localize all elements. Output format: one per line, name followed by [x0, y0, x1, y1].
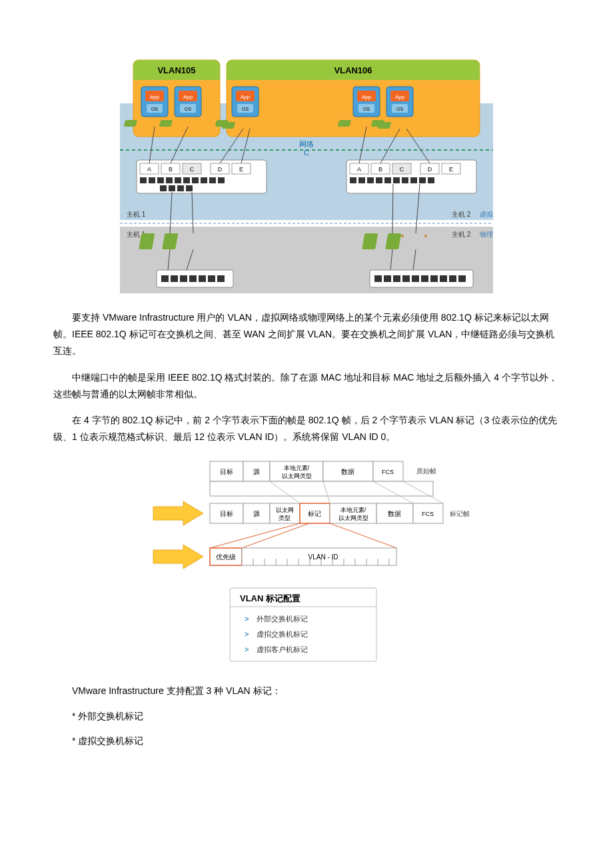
svg-rect-68 [169, 185, 175, 191]
frame-tagging-diagram: 目标 源 本地元素/ 以太网类型 数据 FCS 原始帧 目标 源 以太网 类型 … [143, 455, 470, 675]
svg-text:C: C [190, 166, 195, 173]
svg-rect-90 [419, 177, 426, 183]
svg-text:以太网类型: 以太网类型 [338, 515, 368, 521]
svg-rect-58 [149, 177, 155, 183]
svg-rect-84 [367, 177, 374, 183]
svg-point-109 [401, 235, 404, 237]
svg-rect-87 [393, 177, 400, 183]
svg-rect-105 [139, 233, 155, 249]
svg-text:C: C [304, 149, 309, 157]
virtual-switch-2: A B C D E [346, 160, 476, 193]
svg-text:优先级: 优先级 [216, 553, 236, 561]
svg-rect-70 [186, 185, 193, 191]
svg-text:VLAN106: VLAN106 [334, 65, 372, 75]
svg-text:E: E [239, 166, 243, 173]
svg-text:App: App [183, 94, 193, 100]
svg-line-172 [210, 523, 300, 548]
svg-rect-117 [171, 275, 178, 282]
svg-text:OS: OS [242, 107, 249, 111]
svg-text:App: App [150, 94, 160, 100]
svg-text:OS: OS [185, 107, 191, 111]
svg-text:VLAN105: VLAN105 [157, 65, 195, 75]
svg-text:App: App [395, 94, 405, 100]
svg-rect-63 [192, 177, 199, 183]
svg-text:>: > [245, 630, 249, 638]
svg-text:源: 源 [253, 510, 260, 517]
svg-rect-82 [350, 177, 356, 183]
svg-rect-128 [412, 275, 419, 282]
svg-rect-86 [384, 177, 391, 183]
svg-rect-132 [449, 275, 456, 282]
svg-rect-121 [208, 275, 215, 282]
svg-rect-91 [428, 177, 434, 183]
svg-text:FCS: FCS [422, 511, 434, 517]
svg-text:原始帧: 原始帧 [416, 467, 436, 475]
svg-rect-66 [218, 177, 225, 183]
svg-text:目标: 目标 [220, 510, 233, 517]
svg-text:虚拟客户机标记: 虚拟客户机标记 [257, 645, 308, 653]
svg-rect-42 [378, 122, 392, 129]
svg-rect-83 [358, 177, 365, 183]
svg-point-110 [424, 235, 427, 237]
svg-rect-126 [393, 275, 400, 282]
svg-text:虚拟: 虚拟 [480, 211, 493, 218]
paragraph-2: 中继端口中的帧是采用 IEEE 802.1Q 格式封装的。除了在源 MAC 地址… [53, 369, 560, 403]
svg-text:标记: 标记 [307, 510, 321, 517]
svg-text:以太网类型: 以太网类型 [282, 473, 312, 479]
svg-rect-125 [384, 275, 391, 282]
svg-text:数据: 数据 [341, 468, 354, 475]
svg-rect-29 [222, 122, 236, 129]
svg-text:VLAN - ID: VLAN - ID [308, 553, 338, 561]
paragraph-4: VMware Infrastructure 支持配置 3 种 VLAN 标记： [53, 683, 560, 699]
svg-rect-106 [162, 233, 178, 249]
svg-rect-85 [376, 177, 382, 183]
svg-rect-130 [430, 275, 438, 282]
svg-rect-65 [209, 177, 216, 183]
svg-text:D: D [428, 166, 432, 173]
svg-text:以太网: 以太网 [276, 507, 294, 513]
bullet-2: * 虚拟交换机标记 [53, 733, 560, 749]
svg-text:FCS: FCS [382, 469, 394, 475]
svg-rect-120 [199, 275, 206, 282]
bullet-1: * 外部交换机标记 [53, 708, 560, 725]
svg-text:VLAN 标记配置: VLAN 标记配置 [240, 593, 301, 603]
paragraph-1: 要支持 VMware Infrastructure 用户的 VLAN，虚拟网络或… [53, 309, 560, 360]
svg-text:>: > [245, 615, 249, 623]
vlan-topology-diagram: VLAN105 VLAN106 App OS App OS App OS App [120, 53, 493, 300]
svg-rect-61 [175, 177, 181, 183]
svg-text:物理: 物理 [480, 231, 493, 238]
svg-text:虚拟交换机标记: 虚拟交换机标记 [257, 630, 308, 638]
svg-rect-116 [161, 275, 169, 282]
svg-text:目标: 目标 [220, 468, 233, 475]
svg-rect-119 [189, 275, 197, 282]
svg-text:网络: 网络 [299, 140, 314, 148]
svg-rect-59 [157, 177, 164, 183]
svg-text:源: 源 [253, 468, 260, 475]
svg-text:B: B [378, 166, 382, 173]
svg-text:A: A [357, 166, 361, 173]
svg-rect-9 [227, 75, 480, 80]
svg-text:App: App [362, 94, 372, 100]
svg-text:OS: OS [151, 107, 158, 111]
svg-rect-62 [183, 177, 190, 183]
svg-text:主机 2: 主机 2 [452, 211, 471, 218]
arrow-icon [153, 545, 203, 569]
arrow-icon [153, 501, 203, 525]
svg-rect-127 [402, 275, 410, 282]
svg-text:类型: 类型 [279, 515, 291, 521]
svg-rect-16 [124, 120, 138, 127]
svg-rect-35 [338, 120, 352, 127]
svg-text:主机 2: 主机 2 [452, 231, 471, 238]
svg-rect-5 [133, 75, 220, 80]
svg-rect-22 [159, 120, 173, 127]
svg-rect-69 [177, 185, 184, 191]
svg-text:C: C [400, 166, 404, 173]
svg-text:OS: OS [363, 107, 370, 111]
svg-text:本地元素/: 本地元素/ [284, 465, 310, 471]
svg-rect-67 [160, 185, 167, 191]
svg-rect-107 [362, 233, 378, 249]
svg-rect-124 [374, 275, 382, 282]
svg-text:E: E [449, 166, 453, 173]
svg-text:A: A [147, 166, 151, 173]
svg-text:D: D [218, 166, 223, 173]
